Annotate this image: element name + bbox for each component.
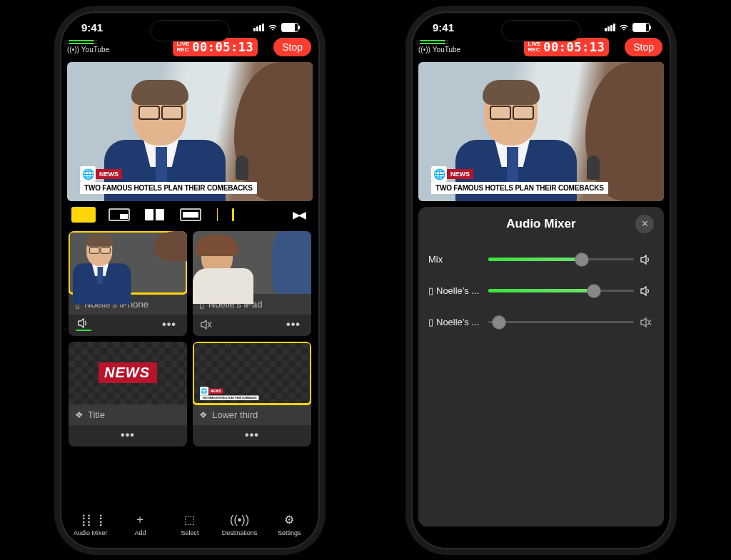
- level-meter: [69, 40, 109, 44]
- select-button[interactable]: ⬚Select: [167, 513, 213, 536]
- stop-button[interactable]: Stop: [625, 38, 662, 56]
- layout-indicator: [232, 208, 234, 221]
- add-button[interactable]: ＋Add: [117, 513, 163, 536]
- speaker-icon: [77, 318, 90, 328]
- signal-icon: [253, 24, 264, 31]
- lower-third-overlay: 🌐 NEWS TWO FAMOUS HOTELS PLAN THEIR COME…: [80, 166, 257, 194]
- lower-third-overlay: 🌐NEWS TWO FAMOUS HOTELS PLAN THEIR COMEB…: [431, 166, 608, 194]
- mixer-row-mix: Mix: [428, 244, 654, 275]
- phone-icon: ▯: [428, 285, 433, 296]
- layout-toolbar: ▶◀: [61, 201, 318, 228]
- broadcast-icon: ((•)): [230, 513, 249, 527]
- mixer-row-source-2: ▯Noelle's ...: [428, 307, 654, 338]
- source-camera-2[interactable]: ▯Noelle's iPad •••: [193, 231, 311, 336]
- source-camera-1[interactable]: ▯Noelle's iPhone •••: [69, 231, 187, 336]
- speaker-muted-icon[interactable]: [640, 317, 654, 327]
- audio-mixer-panel: Audio Mixer ✕ Mix ▯Noelle's ... ▯Noelle'…: [418, 207, 664, 526]
- battery-icon: [632, 23, 650, 32]
- speaker-muted-icon: [200, 320, 213, 330]
- source-audio-button[interactable]: [76, 318, 91, 331]
- mixer-slider[interactable]: [488, 284, 634, 298]
- plus-icon: ＋: [134, 513, 146, 527]
- signal-icon: [605, 24, 615, 31]
- globe-icon: 🌐: [80, 166, 96, 182]
- mixer-icon: ⢸⡇⢸: [78, 513, 104, 527]
- phone-left: 9:41 ((•)) YouTube LIVEREC 00:05:13 Stop: [60, 11, 320, 549]
- destination-indicator[interactable]: ((•)) YouTube: [418, 46, 460, 54]
- more-icon[interactable]: •••: [241, 429, 263, 442]
- sources-grid: ▯Noelle's iPhone ••• ▯Noelle's iPad ••• …: [61, 228, 318, 449]
- speaker-icon[interactable]: [640, 255, 654, 265]
- source-lower-third[interactable]: 🌐NEWS TWO FAMOUS HOTELS PLAN THEIR COMEB…: [193, 342, 311, 447]
- layout-full[interactable]: [71, 207, 96, 223]
- elapsed-time: 00:05:13: [192, 40, 253, 54]
- bottom-toolbar: ⢸⡇⢸Audio Mixer ＋Add ⬚Select ((•))Destina…: [61, 510, 318, 544]
- layout-pip[interactable]: [107, 207, 131, 223]
- svg-rect-1: [120, 214, 128, 219]
- layout-wide[interactable]: [178, 207, 203, 223]
- layout-split[interactable]: [143, 207, 167, 223]
- svg-rect-5: [183, 212, 198, 218]
- select-icon: ⬚: [184, 513, 195, 527]
- battery-icon: [281, 23, 298, 32]
- destinations-button[interactable]: ((•))Destinations: [217, 513, 263, 536]
- source-audio-button[interactable]: [200, 320, 213, 330]
- more-icon[interactable]: •••: [158, 318, 180, 331]
- close-button[interactable]: ✕: [635, 215, 654, 233]
- broadcast-icon: ((•)): [67, 46, 79, 54]
- more-icon[interactable]: •••: [283, 318, 304, 331]
- program-preview[interactable]: 🌐NEWS TWO FAMOUS HOTELS PLAN THEIR COMEB…: [418, 62, 664, 201]
- layers-icon: ❖: [199, 409, 208, 420]
- svg-rect-3: [156, 209, 164, 220]
- more-icon[interactable]: •••: [117, 429, 138, 442]
- layers-icon: ❖: [75, 409, 84, 420]
- settings-button[interactable]: ⚙Settings: [266, 513, 312, 536]
- dynamic-island: [150, 20, 230, 41]
- wifi-icon: [267, 23, 278, 31]
- destination-indicator[interactable]: ((•)) YouTube: [67, 46, 109, 54]
- mixer-row-source-1: ▯Noelle's ...: [428, 275, 654, 307]
- broadcast-icon: ((•)): [418, 46, 430, 54]
- status-time: 9:41: [433, 21, 454, 34]
- elapsed-time: 00:05:13: [543, 40, 605, 54]
- source-title-graphic[interactable]: NEWS ❖Title •••: [69, 342, 187, 447]
- close-icon: ✕: [641, 218, 649, 229]
- svg-rect-2: [145, 209, 153, 220]
- stop-button[interactable]: Stop: [273, 38, 311, 56]
- mixer-title: Audio Mixer: [506, 217, 575, 231]
- level-meter: [420, 40, 460, 44]
- layout-mirror-icon[interactable]: ▶◀: [293, 209, 304, 220]
- gear-icon: ⚙: [284, 513, 294, 527]
- audio-mixer-button[interactable]: ⢸⡇⢸Audio Mixer: [68, 513, 114, 536]
- tablet-icon: ▯: [428, 317, 433, 327]
- program-preview[interactable]: 🌐 NEWS TWO FAMOUS HOTELS PLAN THEIR COME…: [67, 62, 313, 201]
- phone-right: 9:41 ((•)) YouTube LIVEREC 00:05:13 Stop: [411, 11, 671, 549]
- status-time: 9:41: [81, 21, 103, 34]
- wifi-icon: [618, 23, 630, 31]
- mixer-slider[interactable]: [488, 253, 634, 267]
- dynamic-island: [501, 20, 581, 41]
- mixer-slider[interactable]: [488, 315, 634, 330]
- speaker-icon[interactable]: [640, 286, 654, 296]
